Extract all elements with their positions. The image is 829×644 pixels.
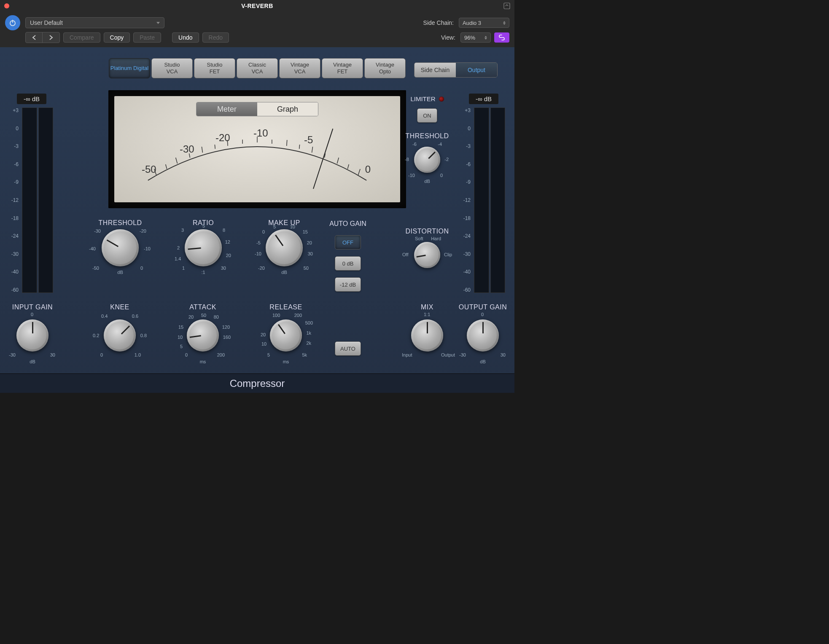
model-tab-vintage-fet[interactable]: Vintage FET	[322, 58, 363, 78]
toolbar-row-2: Compare Copy Paste Undo Redo View: 96%	[0, 32, 514, 47]
power-button[interactable]	[5, 15, 20, 30]
input-meter-scale: +30-3-6-9-12-18-24-30-40-60	[8, 107, 20, 293]
preset-select[interactable]: User Default	[25, 17, 164, 28]
limiter-on-button[interactable]: ON	[417, 108, 437, 123]
svg-line-5	[202, 147, 202, 153]
undo-button[interactable]: Undo	[172, 32, 199, 43]
sidechain-value: Audio 3	[463, 20, 481, 26]
svg-line-14	[215, 145, 215, 149]
sidechain-tab[interactable]: Side Chain	[414, 63, 456, 77]
svg-line-9	[312, 147, 313, 153]
svg-rect-0	[504, 3, 510, 9]
sidechain-label: Side Chain:	[423, 19, 454, 26]
release-knob[interactable]: RELEASE 100 200 500 20 1k 10 2k 5 5k ms	[248, 303, 324, 364]
input-meter-value: -∞ dB	[17, 94, 46, 104]
autogain-0db-button[interactable]: 0 dB	[335, 256, 361, 271]
knee-knob[interactable]: KNEE 0.4 0.6 0.2 0.8 0 1.0	[86, 303, 153, 353]
compare-button[interactable]: Compare	[63, 32, 100, 43]
model-tab-vintage-opto[interactable]: Vintage Opto	[364, 58, 406, 78]
autogain-off-button[interactable]: OFF	[335, 235, 361, 250]
link-button[interactable]	[494, 32, 509, 43]
output-tab[interactable]: Output	[456, 63, 497, 77]
limiter-threshold-knob[interactable]: THRESHOLD -6 -4 -8 -2 -10 0 dB	[396, 132, 459, 184]
attack-knob[interactable]: ATTACK 50 20 80 15 120 10 160 5 0 200 ms	[167, 303, 239, 364]
window-title: V-REVERB	[241, 3, 273, 9]
model-tab-vintage-vca[interactable]: Vintage VCA	[279, 58, 320, 78]
model-tabs: Platinum Digital Studio VCA Studio FET C…	[109, 58, 406, 78]
zoom-select[interactable]: 96%	[460, 32, 491, 43]
titlebar: V-REVERB	[0, 0, 514, 12]
meter-graph-toggle: Meter Graph	[196, 102, 318, 116]
release-auto-button[interactable]: AUTO	[335, 341, 361, 356]
close-button[interactable]	[4, 3, 9, 8]
chevron-down-icon	[156, 22, 160, 24]
release-auto-group: AUTO	[329, 341, 367, 356]
autogain-neg12-button[interactable]: -12 dB	[335, 277, 361, 292]
svg-line-10	[337, 158, 339, 164]
svg-line-8	[287, 140, 287, 146]
limiter-section: LIMITER ON	[400, 95, 455, 123]
meter-mode-button[interactable]: Meter	[196, 102, 257, 116]
sidechain-select[interactable]: Audio 3	[459, 18, 509, 28]
makeup-knob[interactable]: MAKE UP 5 10 0 15 -5 20 -10 30 -20 50 dB	[246, 219, 322, 275]
output-meter-scale: +30-3-6-9-12-18-24-30-40-60	[460, 107, 472, 293]
auto-gain-group: AUTO GAIN OFF 0 dB -12 dB	[329, 220, 367, 292]
svg-line-12	[166, 164, 167, 169]
model-tab-platinum-digital[interactable]: Platinum Digital	[109, 58, 150, 78]
expand-icon[interactable]	[503, 3, 510, 9]
preset-prev-button[interactable]	[26, 32, 43, 43]
svg-line-17	[299, 145, 300, 149]
threshold-knob[interactable]: THRESHOLD -30 -20 -40 -10 -50 0 dB	[82, 219, 158, 275]
input-meter: -∞ dB +30-3-6-9-12-18-24-30-40-60	[8, 94, 55, 293]
distortion-knob[interactable]: DISTORTION Soft Hard Off Clip	[396, 228, 459, 270]
model-tab-classic-vca[interactable]: Classic VCA	[237, 58, 278, 78]
preset-value: User Default	[30, 19, 63, 26]
svg-line-4	[176, 158, 178, 164]
ratio-knob[interactable]: RATIO 5 3 8 2 12 1.4 20 1 30 :1	[165, 219, 241, 275]
updown-icon	[503, 21, 506, 25]
view-label: View:	[441, 34, 455, 41]
paste-button[interactable]: Paste	[133, 32, 161, 43]
graph-mode-button[interactable]: Graph	[257, 102, 318, 116]
sidechain-output-toggle: Side Chain Output	[414, 62, 498, 78]
output-meter-value: -∞ dB	[469, 94, 498, 104]
redo-button[interactable]: Redo	[202, 32, 229, 43]
zoom-value: 96%	[464, 35, 475, 41]
updown-icon	[484, 36, 487, 40]
model-tab-studio-vca[interactable]: Studio VCA	[151, 58, 193, 78]
output-gain-knob[interactable]: OUTPUT GAIN 0 -30 30 dB	[455, 303, 510, 364]
preset-next-button[interactable]	[43, 32, 59, 43]
output-meter: -∞ dB +30-3-6-9-12-18-24-30-40-60	[460, 94, 507, 293]
toolbar-row-1: User Default Side Chain: Audio 3	[0, 12, 514, 32]
model-tab-studio-fet[interactable]: Studio FET	[194, 58, 235, 78]
preset-nav	[25, 32, 60, 43]
limiter-led	[439, 97, 444, 102]
svg-line-11	[358, 169, 360, 175]
plugin-footer: Compressor	[0, 373, 514, 393]
mix-knob[interactable]: MIX 1:1 Input Output	[396, 303, 459, 353]
vu-meter: Meter Graph	[108, 90, 406, 208]
svg-line-19	[347, 164, 349, 169]
copy-button[interactable]: Copy	[104, 32, 130, 43]
input-gain-knob[interactable]: INPUT GAIN 0 -30 30 dB	[5, 303, 60, 364]
plugin-body: Platinum Digital Studio VCA Studio FET C…	[0, 47, 514, 393]
